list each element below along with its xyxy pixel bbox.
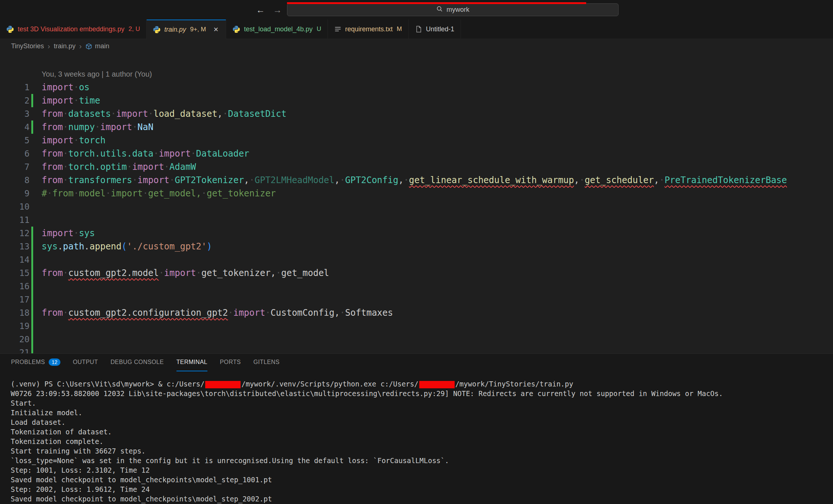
- tab-label: requirements.txt: [345, 25, 393, 33]
- code-line[interactable]: 17: [0, 293, 833, 306]
- code-text: [33, 346, 42, 353]
- terminal-output[interactable]: (.venv) PS C:\Users\Vit\sd\mywork> & c:/…: [0, 371, 833, 504]
- tab-label: train.py: [164, 26, 186, 34]
- tab-train-py[interactable]: train.py9+, M✕: [147, 20, 226, 39]
- python-file-icon: [232, 25, 240, 33]
- line-number[interactable]: 17: [0, 293, 29, 306]
- code-text: [33, 319, 42, 333]
- panel-tab-gitlens[interactable]: GITLENS: [253, 354, 280, 371]
- panel-tab-label: PORTS: [220, 359, 241, 365]
- code-text: import·torch: [33, 134, 105, 147]
- code-line[interactable]: 9#·from·model·import·get_model,·get_toke…: [0, 187, 833, 200]
- code-line[interactable]: 5import·torch: [0, 134, 833, 147]
- code-line[interactable]: 6from·torch.utils.data·import·DataLoader: [0, 147, 833, 160]
- breadcrumb: TinyStories›train.py›main: [0, 39, 833, 53]
- terminal-line: Initialize model.: [11, 408, 833, 417]
- breadcrumb-item-tinystories[interactable]: TinyStories: [11, 42, 44, 50]
- code-line[interactable]: 13sys.path.append('./custom_gpt2'): [0, 240, 833, 253]
- bottom-panel: PROBLEMS12OUTPUTDEBUG CONSOLETERMINALPOR…: [0, 353, 833, 504]
- code-line[interactable]: 4from·numpy·import·NaN: [0, 120, 833, 134]
- terminal-text: Load dataset.: [11, 418, 66, 426]
- code-line[interactable]: 7from·torch.optim·import·AdamW: [0, 160, 833, 174]
- terminal-line: Start.: [11, 398, 833, 408]
- line-number[interactable]: 10: [0, 200, 29, 213]
- code-line[interactable]: 18from·custom_gpt2.configuration_gpt2·im…: [0, 306, 833, 319]
- panel-tab-ports[interactable]: PORTS: [220, 354, 241, 371]
- line-number[interactable]: 4: [0, 120, 29, 134]
- code-line[interactable]: 2import·time: [0, 94, 833, 107]
- panel-tab-output[interactable]: OUTPUT: [73, 354, 98, 371]
- line-number[interactable]: 1: [0, 81, 29, 94]
- terminal-text: `loss_type=None` was set in the config b…: [11, 456, 449, 465]
- nav-forward-icon[interactable]: →: [273, 6, 282, 14]
- terminal-line: Start training with 36627 steps.: [11, 446, 833, 456]
- panel-tab-label: DEBUG CONSOLE: [111, 359, 164, 365]
- line-number[interactable]: 19: [0, 319, 29, 333]
- breadcrumb-label: train.py: [54, 42, 76, 50]
- code-line[interactable]: 15from·custom_gpt2.model·import·get_toke…: [0, 266, 833, 280]
- code-line[interactable]: 14: [0, 253, 833, 266]
- python-file-icon: [153, 26, 161, 34]
- line-number[interactable]: 13: [0, 240, 29, 253]
- line-number[interactable]: 9: [0, 187, 29, 200]
- code-line[interactable]: 16: [0, 280, 833, 293]
- command-center-search[interactable]: mywork: [287, 3, 619, 16]
- code-text: from·torch.utils.data·import·DataLoader: [33, 147, 249, 160]
- line-number[interactable]: 8: [0, 174, 29, 187]
- code-line[interactable]: 8from·transformers·import·GPT2Tokenizer,…: [0, 174, 833, 187]
- code-text: [33, 213, 42, 227]
- code-line[interactable]: 11: [0, 213, 833, 227]
- line-number[interactable]: 5: [0, 134, 29, 147]
- search-value: mywork: [447, 6, 469, 14]
- code-editor[interactable]: You, 3 weeks ago | 1 author (You) 1impor…: [0, 53, 833, 353]
- code-line[interactable]: 19: [0, 319, 833, 333]
- history-navigation: ← →: [256, 0, 282, 20]
- code-line[interactable]: 3from·datasets·import·load_dataset,·Data…: [0, 107, 833, 120]
- code-line[interactable]: 21: [0, 346, 833, 353]
- breadcrumb-label: main: [95, 42, 109, 50]
- symbol-icon: [85, 43, 92, 50]
- close-icon[interactable]: ✕: [212, 25, 220, 34]
- terminal-text: /mywork/.venv/Scripts/python.exe c:/User…: [241, 380, 418, 388]
- file-file-icon: [415, 25, 422, 33]
- terminal-text: Saved model checkpoint to model_checkpoi…: [11, 476, 272, 484]
- line-number[interactable]: 20: [0, 333, 29, 346]
- terminal-line: Saved model checkpoint to model_checkpoi…: [11, 475, 833, 484]
- code-line[interactable]: 20: [0, 333, 833, 346]
- line-number[interactable]: 16: [0, 280, 29, 293]
- line-number[interactable]: 7: [0, 160, 29, 174]
- nav-back-icon[interactable]: ←: [256, 6, 265, 14]
- search-icon: [436, 6, 443, 14]
- tab-test-load-model-4b-py[interactable]: test_load_model_4b.pyU: [226, 20, 328, 39]
- code-text: from·custom_gpt2.configuration_gpt2·impo…: [33, 306, 393, 319]
- python-file-icon: [6, 25, 14, 33]
- terminal-line: (.venv) PS C:\Users\Vit\sd\mywork> & c:/…: [11, 379, 833, 389]
- redacted-text: [419, 381, 455, 388]
- line-number[interactable]: 15: [0, 266, 29, 280]
- line-number[interactable]: 21: [0, 346, 29, 353]
- gitlens-blame-annotation: You, 3 weeks ago | 1 author (You): [0, 67, 833, 81]
- terminal-line: `loss_type=None` was set in the config b…: [11, 456, 833, 465]
- line-number[interactable]: 14: [0, 253, 29, 266]
- code-area: You, 3 weeks ago | 1 author (You) 1impor…: [0, 53, 833, 353]
- code-line[interactable]: 1import·os: [0, 81, 833, 94]
- line-number[interactable]: 11: [0, 213, 29, 227]
- tab-test-3d-visualization-embeddings-py[interactable]: test 3D Visualization embeddings.py2, U: [0, 20, 147, 39]
- panel-tab-problems[interactable]: PROBLEMS12: [11, 354, 60, 371]
- panel-tab-terminal[interactable]: TERMINAL: [176, 354, 207, 371]
- line-number[interactable]: 3: [0, 107, 29, 120]
- breadcrumb-item-main[interactable]: main: [85, 42, 109, 50]
- tab-requirements-txt[interactable]: requirements.txtM: [328, 20, 409, 39]
- breadcrumb-label: TinyStories: [11, 42, 44, 50]
- code-text: from·datasets·import·load_dataset,·Datas…: [33, 107, 287, 120]
- line-number[interactable]: 6: [0, 147, 29, 160]
- line-number[interactable]: 12: [0, 227, 29, 240]
- tab-untitled-1[interactable]: Untitled-1: [409, 20, 461, 39]
- breadcrumb-item-train-py[interactable]: train.py: [54, 42, 76, 50]
- terminal-text: Tokenization complete.: [11, 437, 104, 445]
- code-line[interactable]: 12import·sys: [0, 227, 833, 240]
- panel-tab-debug-console[interactable]: DEBUG CONSOLE: [111, 354, 164, 371]
- line-number[interactable]: 2: [0, 94, 29, 107]
- line-number[interactable]: 18: [0, 306, 29, 319]
- code-line[interactable]: 10: [0, 200, 833, 213]
